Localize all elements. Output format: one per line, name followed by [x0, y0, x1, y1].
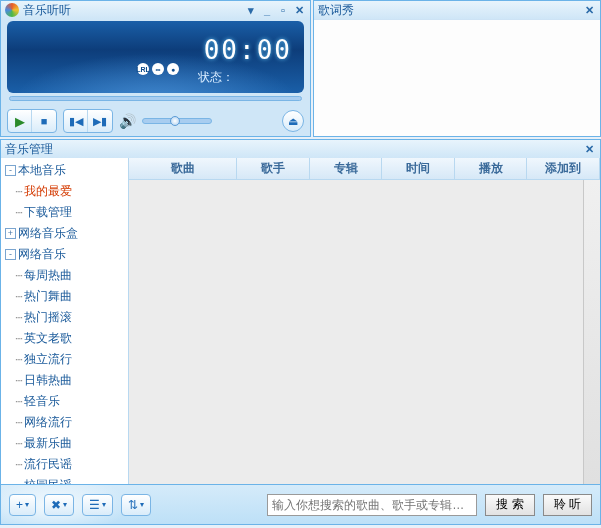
tree-connector-icon: ···· — [15, 375, 22, 386]
player-panel: 音乐听听 ▾ _ ▫ ✕ LRL ∞ ● 00:00 状态： — [0, 0, 311, 137]
lyrics-title-bar: 歌词秀 ✕ — [314, 1, 600, 19]
list-header: 歌曲歌手专辑时间播放添加到 — [129, 158, 600, 180]
volume-slider[interactable] — [142, 118, 212, 124]
tree-child[interactable]: ····网络流行 — [1, 412, 128, 433]
search-button[interactable]: 搜 索 — [485, 494, 534, 516]
tree-connector-icon: ···· — [15, 459, 22, 470]
volume-thumb[interactable] — [170, 116, 180, 126]
tree-connector-icon: ···· — [15, 417, 22, 428]
minimize-icon[interactable]: _ — [260, 3, 274, 17]
list-pane: 歌曲歌手专辑时间播放添加到 — [129, 158, 600, 484]
tree-child[interactable]: ····热门摇滚 — [1, 307, 128, 328]
mgmt-title-bar: 音乐管理 ✕ — [1, 140, 600, 158]
music-management-panel: 音乐管理 ✕ -本地音乐····我的最爱····下载管理+网络音乐盒-网络音乐·… — [0, 139, 601, 485]
play-button[interactable]: ▶ — [8, 110, 32, 132]
tree-child-label: 英文老歌 — [24, 330, 72, 347]
app-logo-icon — [5, 3, 19, 17]
time-display: 00:00 — [204, 35, 292, 65]
tree-label: 网络音乐 — [18, 246, 66, 263]
menu-toggle-icon[interactable]: ▾ — [244, 3, 258, 17]
eject-button[interactable]: ⏏ — [282, 110, 304, 132]
lyrics-close-icon[interactable]: ✕ — [582, 3, 596, 17]
tree-child[interactable]: ····我的最爱 — [1, 181, 128, 202]
tree-label: 网络音乐盒 — [18, 225, 78, 242]
tree-connector-icon: ···· — [15, 480, 22, 484]
search-input[interactable] — [267, 494, 477, 516]
status-label: 状态： — [198, 69, 234, 86]
volume-icon[interactable]: 🔊 — [119, 113, 136, 129]
tree-child-label: 轻音乐 — [24, 393, 60, 410]
tree-child-label: 每周热曲 — [24, 267, 72, 284]
lyrics-body — [314, 19, 600, 136]
lyrics-title: 歌词秀 — [318, 2, 354, 19]
column-header[interactable]: 歌曲 — [129, 158, 237, 179]
tree-child[interactable]: ····日韩热曲 — [1, 370, 128, 391]
listen-button[interactable]: 聆 听 — [543, 494, 592, 516]
list-button[interactable]: ☰▾ — [82, 494, 113, 516]
tree-connector-icon: ···· — [15, 333, 22, 344]
tree-child[interactable]: ····英文老歌 — [1, 328, 128, 349]
tree-connector-icon: ···· — [15, 354, 22, 365]
lyrics-panel: 歌词秀 ✕ — [313, 0, 601, 137]
expand-icon[interactable]: + — [5, 228, 16, 239]
tree-connector-icon: ···· — [15, 438, 22, 449]
tree-connector-icon: ···· — [15, 186, 22, 197]
column-header[interactable]: 时间 — [382, 158, 455, 179]
tree-connector-icon: ···· — [15, 396, 22, 407]
indicator-dot[interactable]: ● — [167, 63, 179, 75]
tree-label: 本地音乐 — [18, 162, 66, 179]
tree-child[interactable]: ····流行民谣 — [1, 454, 128, 475]
tree-child-label: 我的最爱 — [24, 183, 72, 200]
restore-icon[interactable]: ▫ — [276, 3, 290, 17]
tree-child-label: 最新乐曲 — [24, 435, 72, 452]
mgmt-close-icon[interactable]: ✕ — [582, 142, 596, 156]
indicator-lrl[interactable]: LRL — [137, 63, 149, 75]
progress-bar[interactable] — [9, 96, 302, 101]
tree-child-label: 热门舞曲 — [24, 288, 72, 305]
tree-child[interactable]: ····下载管理 — [1, 202, 128, 223]
tree-pane[interactable]: -本地音乐····我的最爱····下载管理+网络音乐盒-网络音乐····每周热曲… — [1, 158, 129, 484]
prev-button[interactable]: ▮◀ — [64, 110, 88, 132]
player-indicators: LRL ∞ ● — [137, 63, 179, 75]
tree-child-label: 热门摇滚 — [24, 309, 72, 326]
tree-child[interactable]: ····轻音乐 — [1, 391, 128, 412]
add-button[interactable]: +▾ — [9, 494, 36, 516]
collapse-icon[interactable]: - — [5, 165, 16, 176]
delete-button[interactable]: ✖▾ — [44, 494, 74, 516]
tree-child-label: 下载管理 — [24, 204, 72, 221]
tree-connector-icon: ···· — [15, 312, 22, 323]
column-header[interactable]: 添加到 — [527, 158, 600, 179]
column-header[interactable]: 歌手 — [237, 158, 310, 179]
tree-child[interactable]: ····校园民谣 — [1, 475, 128, 484]
next-button[interactable]: ▶▮ — [88, 110, 112, 132]
tree-child[interactable]: ····最新乐曲 — [1, 433, 128, 454]
column-header[interactable]: 专辑 — [310, 158, 383, 179]
tree-child[interactable]: ····热门舞曲 — [1, 286, 128, 307]
tree-child-label: 校园民谣 — [24, 477, 72, 484]
player-display: LRL ∞ ● 00:00 状态： — [7, 21, 304, 93]
tree-child[interactable]: ····每周热曲 — [1, 265, 128, 286]
tree-node[interactable]: -网络音乐 — [1, 244, 128, 265]
stop-button[interactable]: ■ — [32, 110, 56, 132]
indicator-loop[interactable]: ∞ — [152, 63, 164, 75]
close-icon[interactable]: ✕ — [292, 3, 306, 17]
tree-child-label: 日韩热曲 — [24, 372, 72, 389]
list-body[interactable] — [129, 180, 600, 484]
tree-child-label: 独立流行 — [24, 351, 72, 368]
tree-node[interactable]: -本地音乐 — [1, 160, 128, 181]
tree-node[interactable]: +网络音乐盒 — [1, 223, 128, 244]
tree-child-label: 流行民谣 — [24, 456, 72, 473]
tree-connector-icon: ···· — [15, 291, 22, 302]
bottom-bar: +▾ ✖▾ ☰▾ ⇅▾ 搜 索 聆 听 — [0, 485, 601, 525]
collapse-icon[interactable]: - — [5, 249, 16, 260]
column-header[interactable]: 播放 — [455, 158, 528, 179]
player-title: 音乐听听 — [23, 2, 71, 19]
mgmt-title: 音乐管理 — [5, 141, 53, 158]
tree-child-label: 网络流行 — [24, 414, 72, 431]
sort-button[interactable]: ⇅▾ — [121, 494, 151, 516]
player-controls: ▶ ■ ▮◀ ▶▮ 🔊 ⏏ — [7, 107, 304, 135]
tree-connector-icon: ···· — [15, 270, 22, 281]
player-title-bar: 音乐听听 ▾ _ ▫ ✕ — [1, 1, 310, 19]
tree-child[interactable]: ····独立流行 — [1, 349, 128, 370]
tree-connector-icon: ···· — [15, 207, 22, 218]
